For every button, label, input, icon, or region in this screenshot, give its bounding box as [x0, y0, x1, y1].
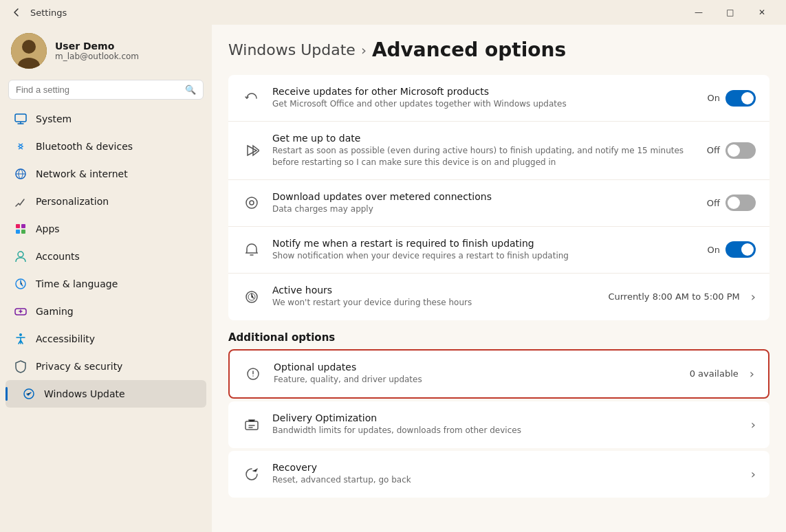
gaming-icon [14, 304, 28, 318]
svg-point-1 [22, 40, 36, 54]
breadcrumb-parent[interactable]: Windows Update [228, 41, 356, 58]
chevron-right-icon[interactable]: › [751, 467, 756, 481]
toggle-control[interactable]: Off [707, 195, 756, 211]
row-title: Optional updates [274, 362, 679, 373]
row-desc: We won't restart your device during thes… [272, 297, 597, 309]
active-hours-icon [242, 287, 261, 307]
close-button[interactable]: ✕ [746, 1, 778, 23]
sidebar-item-accounts[interactable]: Accounts [6, 243, 206, 270]
svg-point-17 [250, 201, 254, 205]
accounts-icon [14, 250, 28, 263]
accessibility-icon [14, 332, 28, 346]
chevron-right-icon[interactable]: › [750, 366, 754, 381]
toggle-thumb [728, 197, 740, 209]
time-icon [14, 277, 28, 291]
toggle-thumb [728, 144, 740, 157]
svg-rect-6 [21, 224, 25, 228]
toggle-switch[interactable] [725, 90, 756, 107]
setting-row-download-metered[interactable]: Download updates over metered connection… [228, 180, 769, 227]
svg-point-16 [246, 197, 257, 208]
additional-options-header: Additional options [228, 331, 769, 344]
additional-row-recovery[interactable]: Recovery Reset, advanced startup, go bac… [228, 451, 769, 498]
additional-card-optional-updates[interactable]: Optional updates Feature, quality, and d… [228, 349, 769, 399]
system-icon [14, 112, 28, 126]
recovery-icon [242, 465, 261, 484]
toggle-control[interactable]: On [708, 90, 756, 107]
toggle-label: On [708, 245, 720, 255]
nav-label: Network & internet [36, 168, 128, 179]
chevron-value-control[interactable]: Currently 8:00 AM to 5:00 PM › [608, 289, 756, 304]
svg-point-9 [18, 252, 23, 257]
privacy-icon [14, 359, 28, 373]
chevron-value-control[interactable]: 0 available › [690, 366, 754, 381]
user-email: m_lab@outlook.com [55, 52, 201, 61]
setting-row-active-hours[interactable]: Active hours We won't restart your devic… [228, 274, 769, 320]
bluetooth-icon [14, 140, 28, 153]
download-metered-icon [242, 193, 261, 212]
toggle-switch[interactable] [725, 142, 756, 159]
row-title: Receive updates for other Microsoft prod… [272, 86, 697, 97]
chevron-right-icon[interactable]: › [751, 417, 756, 432]
row-desc: Data charges may apply [272, 203, 696, 215]
additional-cards: Optional updates Feature, quality, and d… [228, 349, 769, 498]
sidebar-item-gaming[interactable]: Gaming [6, 298, 206, 325]
search-icon: 🔍 [185, 85, 196, 95]
toggle-control[interactable]: Off [707, 142, 756, 159]
chevron-right-icon[interactable]: › [751, 289, 756, 304]
setting-row-notify-restart[interactable]: Notify me when a restart is required to … [228, 227, 769, 274]
row-title: Get me up to date [272, 133, 696, 144]
sidebar-item-privacy[interactable]: Privacy & security [6, 353, 206, 380]
sidebar-item-bluetooth[interactable]: Bluetooth & devices [6, 133, 206, 160]
toggle-switch[interactable] [725, 241, 756, 258]
get-me-up-icon [242, 141, 261, 160]
app-body: User Demo m_lab@outlook.com 🔍 SystemBlue… [0, 25, 786, 532]
row-title: Active hours [272, 285, 597, 296]
svg-point-12 [19, 333, 22, 336]
receive-updates-icon [242, 89, 261, 108]
setting-row-get-me-up[interactable]: Get me up to date Restart as soon as pos… [228, 122, 769, 180]
row-title: Delivery Optimization [272, 412, 740, 423]
row-content: Recovery Reset, advanced startup, go bac… [272, 462, 740, 486]
sidebar-item-personalization[interactable]: Personalization [6, 188, 206, 215]
back-button[interactable] [8, 4, 25, 21]
sidebar-item-accessibility[interactable]: Accessibility [6, 325, 206, 353]
row-desc: Restart as soon as possible (even during… [272, 145, 696, 168]
toggle-control[interactable]: On [708, 241, 756, 258]
toggle-thumb [741, 243, 754, 256]
row-content: Receive updates for other Microsoft prod… [272, 86, 697, 110]
sidebar-item-system[interactable]: System [6, 105, 206, 133]
row-desc: Get Microsoft Office and other updates t… [272, 98, 697, 110]
search-input[interactable] [16, 85, 179, 95]
nav-label: Apps [36, 223, 60, 234]
notify-restart-icon [242, 240, 261, 259]
active-indicator [6, 387, 8, 401]
additional-row-optional-updates[interactable]: Optional updates Feature, quality, and d… [230, 351, 768, 397]
breadcrumb-separator: › [361, 42, 367, 58]
optional-updates-icon [243, 364, 263, 384]
row-content: Get me up to date Restart as soon as pos… [272, 133, 696, 168]
sidebar-item-apps[interactable]: Apps [6, 215, 206, 243]
row-content: Optional updates Feature, quality, and d… [274, 362, 679, 386]
row-content: Notify me when a restart is required to … [272, 238, 697, 262]
svg-rect-5 [16, 224, 20, 228]
nav-label: Time & language [36, 278, 118, 289]
delivery-optimization-icon [242, 415, 261, 434]
toggle-thumb [741, 92, 754, 104]
setting-row-receive-updates[interactable]: Receive updates for other Microsoft prod… [228, 75, 769, 122]
minimize-button[interactable]: — [683, 1, 714, 23]
nav-label: Privacy & security [36, 361, 122, 372]
nav-list: SystemBluetooth & devicesNetwork & inter… [6, 105, 206, 408]
sidebar-item-windows-update[interactable]: Windows Update [6, 380, 206, 408]
nav-label: Accessibility [36, 333, 95, 344]
svg-rect-7 [16, 230, 20, 234]
search-box[interactable]: 🔍 [8, 80, 204, 100]
toggle-switch[interactable] [725, 195, 756, 211]
row-title: Recovery [272, 462, 740, 473]
maximize-button[interactable]: □ [714, 1, 746, 23]
additional-row-delivery-optimization[interactable]: Delivery Optimization Bandwidth limits f… [228, 401, 769, 448]
row-title: Notify me when a restart is required to … [272, 238, 697, 249]
app-title: Settings [30, 8, 683, 18]
row-desc: Reset, advanced startup, go back [272, 474, 740, 486]
sidebar-item-time[interactable]: Time & language [6, 270, 206, 298]
sidebar-item-network[interactable]: Network & internet [6, 160, 206, 188]
